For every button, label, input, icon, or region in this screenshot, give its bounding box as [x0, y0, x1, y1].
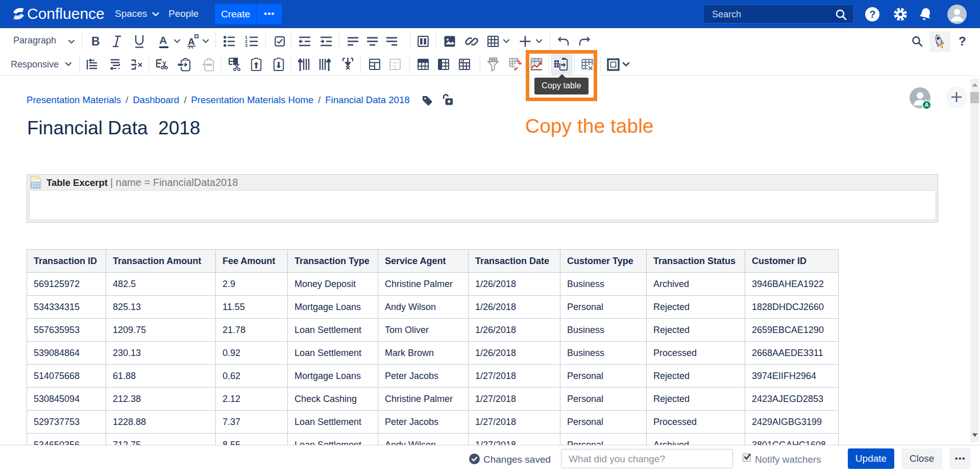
svg-text:B: B — [91, 35, 100, 48]
svg-text:1: 1 — [460, 59, 462, 64]
svg-text:3: 3 — [245, 43, 248, 48]
svg-text:A: A — [188, 36, 195, 47]
svg-text:?: ? — [959, 35, 966, 48]
svg-text:A: A — [159, 34, 167, 46]
svg-text:?: ? — [869, 9, 875, 20]
